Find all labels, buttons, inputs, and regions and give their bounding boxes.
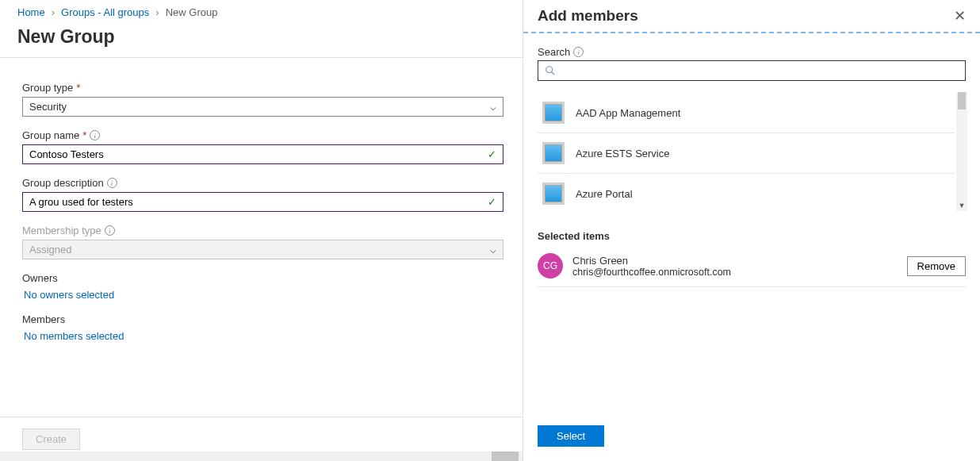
check-icon: ✓ bbox=[488, 148, 496, 160]
info-icon[interactable]: i bbox=[573, 47, 584, 57]
scroll-down-arrow[interactable]: ▼ bbox=[956, 202, 967, 213]
vertical-scrollbar[interactable]: ▲ ▼ bbox=[956, 92, 967, 211]
result-item-label: AAD App Management bbox=[576, 107, 680, 119]
app-icon bbox=[542, 182, 565, 205]
group-desc-input[interactable] bbox=[29, 196, 488, 208]
horizontal-scrollbar[interactable] bbox=[0, 451, 523, 461]
chevron-right-icon: › bbox=[155, 6, 159, 18]
result-item[interactable]: AAD App Management bbox=[538, 92, 955, 133]
group-desc-label: Group description bbox=[22, 177, 104, 189]
required-asterisk: * bbox=[82, 129, 86, 141]
chevron-down-icon: ⌵ bbox=[490, 244, 496, 255]
group-type-select[interactable]: Security ⌵ bbox=[22, 97, 503, 117]
search-input[interactable] bbox=[561, 65, 959, 77]
avatar: CG bbox=[538, 253, 563, 279]
membership-type-label: Membership type bbox=[22, 225, 101, 236]
remove-button[interactable]: Remove bbox=[907, 256, 966, 276]
search-box bbox=[538, 60, 966, 81]
members-label: Members bbox=[22, 313, 503, 325]
create-button: Create bbox=[22, 428, 80, 450]
group-desc-input-wrap: ✓ bbox=[22, 192, 503, 212]
group-name-input-wrap: ✓ bbox=[22, 144, 503, 164]
selected-item-row: CG Chris Green chris@fourthcoffee.onmicr… bbox=[538, 253, 966, 287]
breadcrumb-groups[interactable]: Groups - All groups bbox=[61, 6, 149, 18]
svg-point-0 bbox=[546, 67, 553, 73]
select-button[interactable]: Select bbox=[538, 425, 604, 447]
svg-line-1 bbox=[552, 72, 555, 75]
chevron-right-icon: › bbox=[52, 6, 55, 18]
result-item-label: Azure Portal bbox=[576, 188, 633, 200]
info-icon[interactable]: i bbox=[90, 130, 100, 140]
selected-item-name: Chris Green bbox=[572, 255, 898, 267]
owners-link[interactable]: No owners selected bbox=[22, 284, 503, 301]
group-name-input[interactable] bbox=[29, 148, 488, 160]
page-title: New Group bbox=[0, 25, 523, 57]
result-list: AAD App Management Azure ESTS Service Az… bbox=[538, 92, 966, 211]
scrollbar-thumb[interactable] bbox=[492, 451, 519, 461]
members-link[interactable]: No members selected bbox=[22, 325, 503, 342]
selected-item-email: chris@fourthcoffee.onmicrosoft.com bbox=[572, 267, 898, 278]
breadcrumb-current: New Group bbox=[166, 6, 218, 18]
close-icon[interactable]: ✕ bbox=[954, 7, 966, 25]
group-type-value: Security bbox=[29, 101, 67, 113]
app-icon bbox=[542, 102, 565, 124]
result-item-label: Azure ESTS Service bbox=[576, 148, 670, 159]
scrollbar-thumb[interactable] bbox=[958, 92, 966, 109]
breadcrumb: Home › Groups - All groups › New Group bbox=[0, 0, 523, 25]
group-name-label: Group name bbox=[22, 129, 79, 141]
info-icon[interactable]: i bbox=[105, 225, 115, 236]
app-icon bbox=[542, 142, 565, 164]
search-label: Search bbox=[538, 46, 570, 58]
info-icon[interactable]: i bbox=[107, 178, 117, 188]
membership-type-select: Assigned ⌵ bbox=[22, 240, 503, 259]
result-item[interactable]: Azure ESTS Service bbox=[538, 133, 955, 174]
breadcrumb-home[interactable]: Home bbox=[17, 6, 45, 18]
panel-title: Add members bbox=[538, 7, 638, 25]
chevron-down-icon: ⌵ bbox=[490, 101, 496, 113]
group-type-label: Group type bbox=[22, 82, 73, 94]
result-item[interactable]: Azure Portal bbox=[538, 174, 955, 211]
membership-type-value: Assigned bbox=[29, 244, 71, 255]
search-icon bbox=[545, 65, 556, 76]
required-asterisk: * bbox=[76, 82, 80, 94]
selected-items-label: Selected items bbox=[538, 230, 966, 242]
check-icon: ✓ bbox=[488, 196, 496, 208]
owners-label: Owners bbox=[22, 272, 503, 284]
